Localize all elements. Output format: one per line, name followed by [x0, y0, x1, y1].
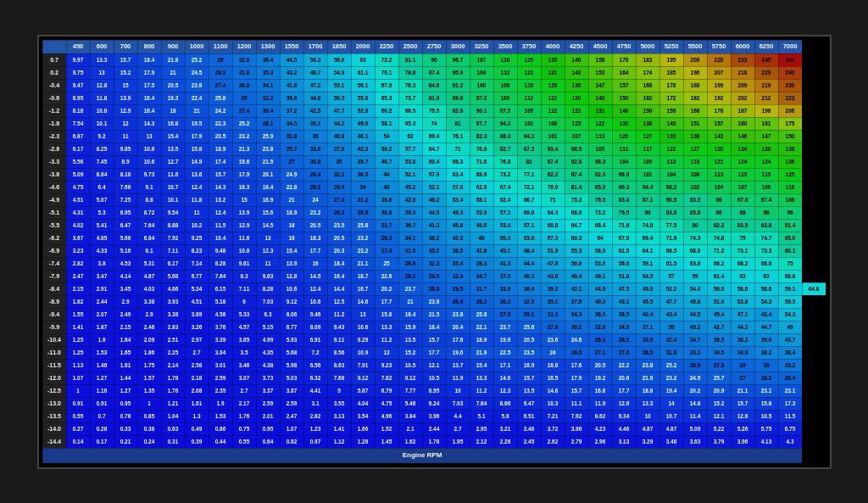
- data-cell: 44.2: [731, 321, 754, 333]
- data-cell: 146: [565, 53, 588, 66]
- data-cell: 122: [588, 117, 612, 130]
- data-cell: 5.09: [66, 168, 90, 181]
- data-cell: 11.6: [161, 168, 185, 181]
- rpm-column-header: 6250: [754, 40, 778, 53]
- data-cell: 72.2: [375, 53, 398, 66]
- data-cell: 2.59: [256, 397, 280, 410]
- data-cell: 36.7: [398, 219, 422, 232]
- data-cell: 3.46: [232, 359, 256, 372]
- data-cell: 91.2: [446, 79, 470, 92]
- data-cell: 9.2: [90, 130, 114, 143]
- data-cell: 12.1: [422, 359, 446, 372]
- data-cell: 28.9: [351, 206, 375, 219]
- data-cell: 10.6: [303, 295, 327, 308]
- data-cell: 121: [541, 92, 565, 104]
- data-cell: 63.4: [446, 168, 470, 181]
- data-cell: 4.46: [612, 422, 636, 435]
- data-cell: 56.6: [612, 257, 636, 270]
- data-cell: 50.3: [493, 232, 517, 244]
- data-cell: 136: [778, 155, 802, 168]
- data-cell: 13.3: [470, 372, 493, 384]
- data-cell: 2.49: [114, 308, 137, 321]
- data-cell: 107: [470, 53, 493, 66]
- data-cell: 4.96: [375, 410, 398, 422]
- data-cell: 24: [541, 346, 565, 359]
- data-cell: 55.3: [565, 244, 588, 257]
- data-cell: 7.84: [209, 270, 232, 282]
- data-cell: 15.7: [517, 372, 541, 384]
- data-cell: 9.25: [185, 232, 209, 244]
- data-cell: 1.65: [114, 346, 137, 359]
- data-cell: 1.78: [422, 435, 446, 448]
- data-cell: 21.1: [731, 384, 754, 397]
- data-cell: 14.6: [493, 372, 517, 384]
- data-cell: 15.8: [185, 143, 209, 155]
- data-cell: 37.9: [565, 295, 588, 308]
- data-cell: 17.9: [232, 168, 256, 181]
- data-cell: 52.2: [659, 282, 683, 295]
- rpm-column-header: 1550: [280, 40, 303, 53]
- data-cell: 13.9: [280, 257, 303, 270]
- data-cell: 75.3: [565, 193, 588, 206]
- data-cell: 12.1: [707, 410, 731, 422]
- data-cell: 31.3: [541, 308, 565, 321]
- data-cell: 8.88: [161, 219, 185, 232]
- data-cell: 20.2: [375, 282, 398, 295]
- data-cell: 35.3: [256, 66, 280, 79]
- data-cell: 2.35: [209, 384, 232, 397]
- data-cell: 19.6: [446, 346, 470, 359]
- data-cell: 60.3: [565, 232, 588, 244]
- data-cell: 113: [659, 155, 683, 168]
- data-cell: 2.7: [446, 422, 470, 435]
- data-cell: 5.68: [161, 270, 185, 282]
- data-cell: 5.15: [256, 321, 280, 333]
- data-cell: 17.1: [493, 359, 517, 372]
- data-cell: 37.5: [493, 270, 517, 282]
- data-cell: 20.2: [683, 384, 707, 397]
- data-cell: 37.8: [327, 143, 351, 155]
- load-header: -3.3: [42, 155, 66, 168]
- data-cell: 24.9: [280, 168, 303, 181]
- data-cell: 26.6: [683, 359, 707, 372]
- data-cell: 104: [470, 66, 493, 79]
- data-cell: 44.5: [683, 308, 707, 321]
- data-cell: 34.5: [280, 117, 303, 130]
- data-cell: 240: [778, 66, 802, 79]
- data-cell: 107: [731, 181, 754, 193]
- data-cell: 5.56: [66, 155, 90, 168]
- table-row: -9.41.552.072.492.93.383.894.585.336.38.…: [42, 308, 826, 321]
- data-cell: 168: [636, 79, 659, 92]
- data-cell: 33.3: [683, 346, 707, 359]
- data-cell: 42.3: [351, 143, 375, 155]
- data-cell: 6.75: [778, 422, 802, 435]
- data-cell: 1.9: [209, 397, 232, 410]
- data-cell: 23.2: [351, 232, 375, 244]
- rpm-column-header: 5500: [683, 40, 707, 53]
- table-row: -0.49.4712.81517.520.523.827.430.834.141…: [42, 79, 826, 92]
- data-cell: 83.5: [683, 193, 707, 206]
- data-cell: 44.8: [303, 92, 327, 104]
- data-cell: 84.8: [422, 79, 446, 92]
- data-cell: 67.4: [493, 181, 517, 193]
- data-cell: 6.79: [375, 384, 398, 397]
- data-cell: 6.17: [66, 143, 90, 155]
- data-cell: 31.2: [351, 193, 375, 206]
- data-cell: 44.7: [754, 321, 778, 333]
- table-row: -12.01.071.271.441.571.782.182.593.073.7…: [42, 372, 826, 384]
- data-cell: 2.17: [232, 397, 256, 410]
- data-cell: 36: [303, 130, 327, 143]
- data-cell: 73.3: [754, 244, 778, 257]
- data-cell: 3.37: [256, 384, 280, 397]
- data-cell: 51.9: [541, 244, 565, 257]
- rpm-column-header: 900: [161, 40, 185, 53]
- data-cell: 109: [636, 155, 659, 168]
- data-cell: 4.51: [66, 193, 90, 206]
- data-cell: 19.3: [161, 92, 185, 104]
- data-cell: 0.17: [90, 435, 114, 448]
- data-cell: 98.5: [565, 143, 588, 155]
- data-cell: 61.5: [659, 257, 683, 270]
- data-cell: 10.6: [280, 282, 303, 295]
- data-cell: 74: [422, 117, 446, 130]
- data-cell: 11.5: [778, 410, 802, 422]
- data-cell: 31.8: [280, 130, 303, 143]
